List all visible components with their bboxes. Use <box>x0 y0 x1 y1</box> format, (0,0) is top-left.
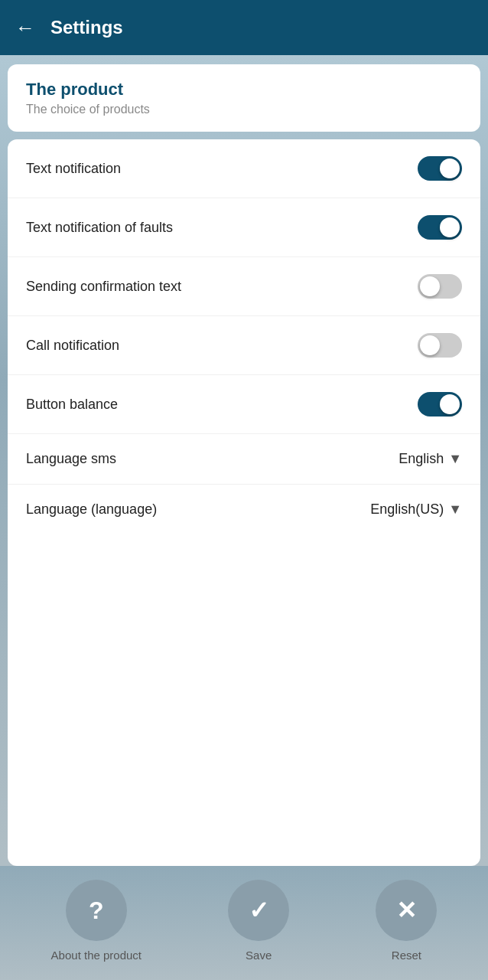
dropdown-language-sms-value: English <box>399 451 444 467</box>
toggle-button-balance[interactable] <box>418 392 462 416</box>
toggle-text-notification-faults[interactable] <box>418 215 462 240</box>
toggle-sending-confirmation-text[interactable] <box>418 274 462 299</box>
save-icon-circle: ✓ <box>228 880 289 941</box>
setting-row-button-balance: Button balance <box>8 375 480 434</box>
about-icon-circle: ? <box>66 880 127 941</box>
product-title: The product <box>26 80 462 100</box>
setting-row-language-language: Language (language) English(US) ▼ <box>8 485 480 534</box>
setting-row-sending-confirmation-text: Sending confirmation text <box>8 257 480 316</box>
setting-row-text-notification-faults: Text notification of faults <box>8 198 480 257</box>
checkmark-icon: ✓ <box>249 896 269 925</box>
product-subtitle: The choice of products <box>26 103 462 116</box>
setting-row-text-notification: Text notification <box>8 139 480 198</box>
dropdown-language-language-value: English(US) <box>370 501 444 518</box>
reset-button[interactable]: ✕ Reset <box>376 880 437 962</box>
toggle-call-notification[interactable] <box>418 333 462 358</box>
about-label: About the product <box>51 949 142 962</box>
chevron-down-icon: ▼ <box>448 451 462 467</box>
setting-row-call-notification: Call notification <box>8 316 480 375</box>
body-background: The product The choice of products Text … <box>0 55 488 866</box>
setting-label-language-language: Language (language) <box>26 501 157 518</box>
dropdown-language-sms[interactable]: English ▼ <box>399 451 462 467</box>
dropdown-language-language[interactable]: English(US) ▼ <box>370 501 462 518</box>
setting-label-language-sms: Language sms <box>26 451 116 467</box>
save-label: Save <box>246 949 272 962</box>
close-icon: ✕ <box>396 896 417 925</box>
setting-row-language-sms: Language sms English ▼ <box>8 434 480 485</box>
settings-card: Text notification Text notification of f… <box>8 139 480 866</box>
about-button[interactable]: ? About the product <box>51 880 142 962</box>
setting-label-text-notification: Text notification <box>26 161 121 177</box>
reset-icon-circle: ✕ <box>376 880 437 941</box>
save-button[interactable]: ✓ Save <box>228 880 289 962</box>
toggle-text-notification[interactable] <box>418 156 462 181</box>
setting-label-text-notification-faults: Text notification of faults <box>26 220 173 236</box>
chevron-down-icon-2: ▼ <box>448 501 462 518</box>
header-title: Settings <box>50 17 123 38</box>
question-mark-icon: ? <box>89 897 104 925</box>
setting-label-button-balance: Button balance <box>26 397 118 413</box>
setting-label-sending-confirmation-text: Sending confirmation text <box>26 279 181 295</box>
reset-label: Reset <box>392 949 421 962</box>
setting-label-call-notification: Call notification <box>26 338 119 354</box>
bottom-bar: ? About the product ✓ Save ✕ Reset <box>0 866 488 980</box>
header: ← Settings <box>0 0 488 55</box>
product-card: The product The choice of products <box>8 64 480 132</box>
back-button[interactable]: ← <box>15 16 35 40</box>
